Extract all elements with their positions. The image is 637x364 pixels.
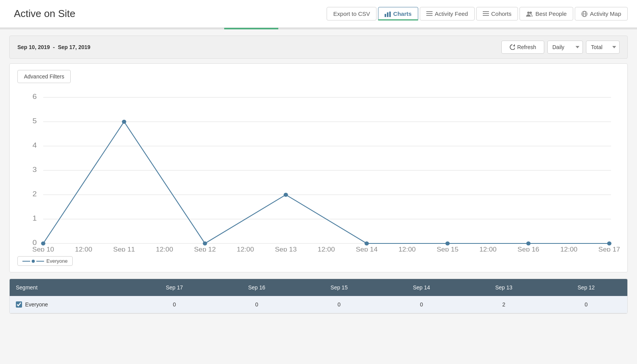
export-csv-button[interactable]: Export to CSV xyxy=(327,7,376,20)
refresh-button[interactable]: Refresh xyxy=(501,41,544,54)
table-body: Everyone 0 0 0 0 2 0 xyxy=(10,296,627,313)
svg-point-11 xyxy=(530,12,532,14)
svg-rect-2 xyxy=(387,12,388,17)
svg-rect-7 xyxy=(483,11,489,12)
svg-point-44 xyxy=(41,242,45,246)
col-sep14: Sep 14 xyxy=(380,279,463,296)
col-sep13: Sep 13 xyxy=(463,279,545,296)
line-chart: 0 1 2 3 4 5 6 Sep 10 12:00 Sep 11 12:00 … xyxy=(17,89,620,252)
svg-text:12:00: 12:00 xyxy=(75,245,92,252)
advanced-filters-button[interactable]: Advanced Filters xyxy=(17,70,71,83)
svg-rect-8 xyxy=(483,13,489,14)
app-header: Active on Site Export to CSV Charts Acti… xyxy=(0,0,637,28)
svg-text:Sep 15: Sep 15 xyxy=(437,245,458,252)
data-table: Segment Sep 17 Sep 16 Sep 15 Sep 14 Sep … xyxy=(9,279,628,314)
svg-text:12:00: 12:00 xyxy=(237,245,254,252)
svg-text:12:00: 12:00 xyxy=(156,245,173,252)
legend-dot xyxy=(32,260,35,263)
svg-point-47 xyxy=(284,193,288,197)
header-underline xyxy=(0,28,637,29)
date-start: Sep 10, 2019 xyxy=(17,44,50,50)
svg-point-51 xyxy=(607,242,611,246)
main-content: Sep 10, 2019 - Sep 17, 2019 Refresh Dail… xyxy=(0,29,637,320)
main-nav: Export to CSV Charts Activity Feed Cohor… xyxy=(327,7,628,20)
chart-legend: Everyone xyxy=(17,256,620,266)
svg-text:Sep 12: Sep 12 xyxy=(194,245,216,252)
col-segment: Segment xyxy=(10,279,133,296)
svg-point-50 xyxy=(526,242,531,246)
col-sep15: Sep 15 xyxy=(298,279,380,296)
cohorts-tab[interactable]: Cohorts xyxy=(476,7,518,20)
svg-text:Sep 17: Sep 17 xyxy=(598,245,620,252)
col-sep12: Sep 12 xyxy=(545,279,627,296)
svg-rect-1 xyxy=(385,14,386,17)
table-header: Segment Sep 17 Sep 16 Sep 15 Sep 14 Sep … xyxy=(10,279,627,296)
table-row: Everyone 0 0 0 0 2 0 xyxy=(10,296,627,313)
segment-table: Segment Sep 17 Sep 16 Sep 15 Sep 14 Sep … xyxy=(10,279,627,313)
svg-text:1: 1 xyxy=(32,214,37,222)
svg-text:12:00: 12:00 xyxy=(560,245,577,252)
svg-point-49 xyxy=(445,242,450,246)
svg-rect-9 xyxy=(483,15,489,16)
controls-bar: Sep 10, 2019 - Sep 17, 2019 Refresh Dail… xyxy=(9,36,628,59)
people-icon xyxy=(526,11,533,17)
svg-point-46 xyxy=(203,242,207,246)
svg-point-48 xyxy=(364,242,369,246)
svg-rect-4 xyxy=(426,11,433,12)
title-area: Active on Site xyxy=(9,8,327,20)
segment-cell: Everyone xyxy=(10,296,133,313)
svg-rect-3 xyxy=(389,12,391,17)
period-select[interactable]: Daily Weekly Monthly xyxy=(547,41,583,54)
col-sep17: Sep 17 xyxy=(133,279,216,296)
chart-container: Advanced Filters 0 1 2 3 4 5 xyxy=(9,63,628,272)
date-range: Sep 10, 2019 - Sep 17, 2019 xyxy=(17,44,90,50)
legend-label: Everyone xyxy=(46,258,68,264)
svg-text:4: 4 xyxy=(32,141,37,149)
segment-name: Everyone xyxy=(25,301,48,308)
date-separator: - xyxy=(53,44,55,50)
svg-text:5: 5 xyxy=(32,117,37,125)
svg-text:3: 3 xyxy=(32,165,37,173)
activity-map-tab[interactable]: Activity Map xyxy=(575,7,628,20)
date-end: Sep 17, 2019 xyxy=(58,44,90,50)
svg-text:Sep 13: Sep 13 xyxy=(275,245,296,252)
svg-text:Sep 11: Sep 11 xyxy=(113,245,135,252)
total-select[interactable]: Total Unique xyxy=(586,41,620,54)
val-sep17: 0 xyxy=(133,296,216,313)
val-sep12: 0 xyxy=(545,296,627,313)
svg-text:2: 2 xyxy=(32,190,37,198)
val-sep15: 0 xyxy=(298,296,380,313)
page-title: Active on Site xyxy=(14,8,75,20)
svg-point-10 xyxy=(527,12,530,14)
val-sep13: 2 xyxy=(463,296,545,313)
val-sep16: 0 xyxy=(216,296,298,313)
charts-tab[interactable]: Charts xyxy=(378,7,418,20)
svg-text:Sep 14: Sep 14 xyxy=(356,245,378,252)
refresh-icon xyxy=(509,44,515,50)
chart-wrapper: 0 1 2 3 4 5 6 Sep 10 12:00 Sep 11 12:00 … xyxy=(17,89,620,252)
legend-everyone: Everyone xyxy=(17,256,73,266)
svg-text:Sep 10: Sep 10 xyxy=(32,245,54,252)
svg-rect-5 xyxy=(426,13,433,14)
best-people-tab[interactable]: Best People xyxy=(519,7,573,20)
list-icon xyxy=(426,11,433,17)
svg-text:12:00: 12:00 xyxy=(479,245,497,252)
segment-checkbox[interactable] xyxy=(16,301,22,308)
charts-tab-wrapper: Charts xyxy=(378,7,418,20)
activity-feed-tab[interactable]: Activity Feed xyxy=(420,7,475,20)
svg-text:Sep 16: Sep 16 xyxy=(518,245,539,252)
val-sep14: 0 xyxy=(380,296,463,313)
globe-icon xyxy=(581,11,588,17)
bar-chart-icon xyxy=(385,11,391,17)
active-tab-indicator xyxy=(378,19,418,20)
svg-text:6: 6 xyxy=(32,92,37,100)
svg-text:12:00: 12:00 xyxy=(318,245,335,252)
svg-rect-6 xyxy=(426,15,433,16)
svg-text:12:00: 12:00 xyxy=(399,245,416,252)
svg-point-45 xyxy=(122,120,126,124)
cohorts-icon xyxy=(483,11,489,17)
col-sep16: Sep 16 xyxy=(216,279,298,296)
controls-right: Refresh Daily Weekly Monthly Total Uniqu… xyxy=(501,41,620,54)
